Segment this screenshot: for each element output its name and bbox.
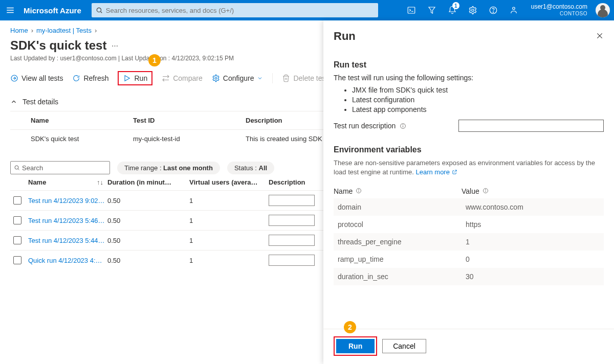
- chevron-right-icon: ›: [31, 27, 33, 34]
- external-link-icon: [452, 169, 457, 175]
- run-duration: 0.50: [107, 237, 189, 244]
- runs-search-placeholder: Search: [22, 164, 43, 172]
- configure-label: Configure: [223, 74, 254, 82]
- svg-point-11: [513, 7, 515, 10]
- runs-col-desc[interactable]: Description: [269, 178, 330, 186]
- env-name: duration_in_sec: [338, 272, 466, 281]
- runs-col-vusers[interactable]: Virtual users (avera…: [189, 178, 269, 186]
- global-search-input[interactable]: [106, 7, 374, 14]
- env-row: domainwww.contoso.com: [334, 198, 604, 216]
- run-submit-button[interactable]: Run: [336, 339, 375, 353]
- env-value: 1: [466, 238, 600, 246]
- run-duration: 0.50: [107, 257, 189, 264]
- env-value: 0: [466, 255, 600, 263]
- search-icon: [14, 165, 20, 171]
- run-vusers: 1: [189, 197, 269, 204]
- run-desc-input[interactable]: [269, 235, 315, 246]
- env-value: https: [466, 220, 600, 229]
- chevron-up-icon: [10, 98, 17, 105]
- run-link[interactable]: Test run 4/12/2023 5:44…: [28, 237, 107, 244]
- annotation-1: 1: [148, 54, 161, 66]
- help-icon[interactable]: [484, 0, 502, 20]
- test-run-description-input[interactable]: [458, 120, 604, 132]
- run-duration: 0.50: [107, 217, 189, 224]
- env-name: protocol: [338, 220, 466, 229]
- runs-col-name[interactable]: Name↑↓: [28, 178, 107, 186]
- avatar[interactable]: [596, 3, 610, 17]
- info-icon[interactable]: [400, 123, 406, 129]
- run-desc-input[interactable]: [269, 215, 315, 226]
- run-link[interactable]: Test run 4/12/2023 5:46…: [28, 217, 107, 224]
- desc-label: Test run description: [334, 122, 454, 130]
- svg-marker-7: [429, 7, 435, 13]
- run-vusers: 1: [189, 217, 269, 224]
- run-link[interactable]: Test run 4/12/2023 9:02…: [28, 197, 107, 204]
- run-vusers: 1: [189, 237, 269, 244]
- cancel-button[interactable]: Cancel: [382, 339, 426, 353]
- svg-rect-5: [408, 7, 415, 13]
- settings-icon[interactable]: [464, 0, 482, 20]
- filter-icon[interactable]: [423, 0, 441, 20]
- list-item: Latest configuration: [352, 96, 604, 104]
- run-link[interactable]: Quick run 4/12/2023 4:…: [28, 257, 107, 264]
- env-value: 30: [466, 272, 600, 281]
- compare-label: Compare: [173, 74, 203, 82]
- page-title: SDK's quick test: [10, 38, 106, 53]
- topbar-icons: 1: [402, 0, 523, 20]
- run-panel: Run Run test The test will run using the…: [323, 20, 614, 364]
- azure-topbar: Microsoft Azure 1 user1@contoso.com CONT…: [0, 0, 614, 20]
- brand-label[interactable]: Microsoft Azure: [24, 6, 81, 15]
- cloud-shell-icon[interactable]: [402, 0, 421, 20]
- checkbox[interactable]: [13, 196, 21, 204]
- env-name: domain: [338, 203, 466, 211]
- feedback-icon[interactable]: [505, 0, 523, 20]
- configure-button[interactable]: Configure: [212, 74, 264, 82]
- crumb-tests[interactable]: my-loadtest | Tests: [36, 27, 92, 34]
- global-search[interactable]: [92, 3, 378, 17]
- crumb-home[interactable]: Home: [10, 27, 28, 34]
- close-icon[interactable]: [596, 32, 604, 41]
- svg-point-8: [472, 9, 474, 12]
- info-icon[interactable]: [356, 188, 362, 194]
- svg-line-19: [18, 169, 19, 170]
- hamburger-icon[interactable]: [4, 4, 16, 16]
- run-button[interactable]: Run: [118, 71, 152, 85]
- view-all-tests-button[interactable]: View all tests: [10, 74, 63, 82]
- time-range-pill[interactable]: Time range : Last one month: [117, 162, 220, 174]
- divider: [272, 73, 273, 83]
- run-desc-input[interactable]: [269, 195, 315, 206]
- test-details-label: Test details: [23, 98, 58, 106]
- run-duration: 0.50: [107, 197, 189, 204]
- view-all-label: View all tests: [21, 74, 63, 82]
- run-settings-list: JMX file from SDK's quick test Latest co…: [352, 86, 604, 113]
- more-icon[interactable]: ⋯: [112, 42, 118, 50]
- run-submit-wrap: Run: [334, 336, 377, 356]
- list-item: Latest app components: [352, 105, 604, 113]
- run-label: Run: [134, 74, 147, 82]
- checkbox[interactable]: [13, 236, 21, 244]
- annotation-2: 2: [344, 321, 356, 333]
- run-desc-input[interactable]: [269, 255, 315, 266]
- user-block[interactable]: user1@contoso.com CONTOSO: [531, 4, 587, 16]
- env-vars-heading: Environment variables: [334, 145, 604, 154]
- runs-search[interactable]: Search: [10, 161, 110, 174]
- checkbox[interactable]: [13, 216, 21, 224]
- run-intro: The test will run using the following se…: [334, 74, 604, 82]
- svg-marker-14: [125, 76, 129, 81]
- svg-point-3: [97, 8, 101, 12]
- run-test-heading: Run test: [334, 60, 604, 70]
- refresh-button[interactable]: Refresh: [72, 74, 108, 82]
- col-testid: Test ID: [133, 117, 246, 124]
- status-pill[interactable]: Status : All: [227, 162, 274, 174]
- env-col-value: Value: [462, 187, 604, 195]
- list-item: JMX file from SDK's quick test: [352, 86, 604, 94]
- env-name: threads_per_engine: [338, 238, 466, 246]
- notifications-icon[interactable]: 1: [443, 0, 462, 20]
- learn-more-link[interactable]: Learn more: [415, 168, 457, 176]
- svg-point-30: [485, 190, 486, 190]
- info-icon[interactable]: [483, 188, 489, 194]
- env-value: www.contoso.com: [466, 203, 600, 211]
- runs-col-duration[interactable]: Duration (in minut…: [107, 178, 189, 186]
- checkbox[interactable]: [13, 256, 21, 264]
- env-row: protocolhttps: [334, 216, 604, 233]
